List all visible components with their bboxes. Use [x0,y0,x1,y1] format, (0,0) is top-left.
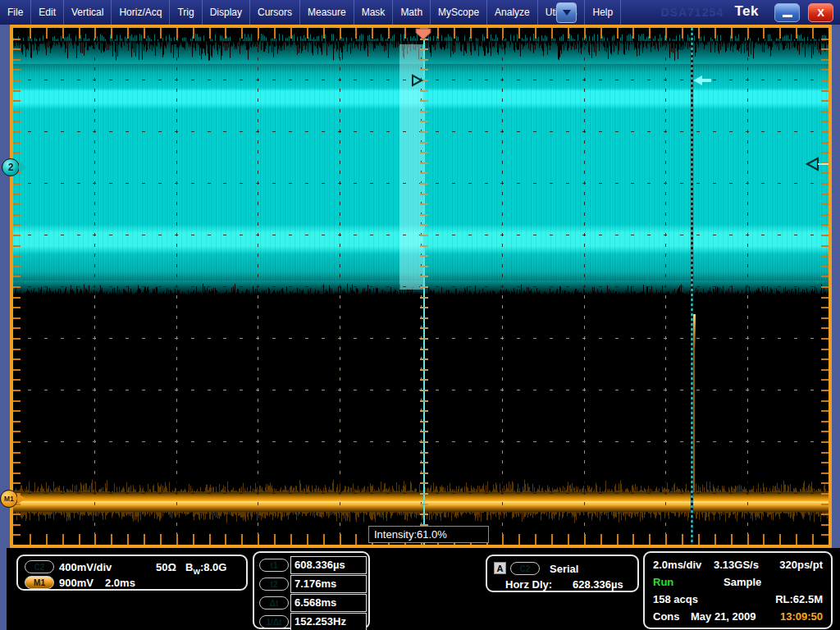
graticule-frame: Intensity:61.0% [10,25,832,548]
menu-file[interactable]: File [0,0,31,25]
trigger-bus-badge: A [494,562,506,574]
channel2-arrow-icon [19,162,27,173]
menu-trig[interactable]: Trig [170,0,202,25]
menu-horiz-acq[interactable]: Horiz/Acq [112,0,170,25]
menu-vertical[interactable]: Vertical [64,0,112,25]
math1-button[interactable]: M1 [25,576,54,589]
acq-mode: Sample [724,576,761,588]
channel2-position-marker[interactable]: 2 [2,158,27,176]
minimize-icon [783,15,792,17]
model-label: DSA71254 [661,6,724,19]
cursor-inv-dt-button[interactable]: 1/Δt [259,615,289,628]
minimize-button[interactable] [774,3,800,22]
close-button[interactable]: X [808,3,833,22]
waveform-display[interactable] [13,28,829,545]
channel2-scale: 400mV/div [59,561,112,573]
status-bar: C2 400mV/div 50Ω BW:8.0G M1 900mV 2.0ms … [7,548,840,630]
acq-state: Run [653,576,673,588]
acq-timebase: 2.0ms/div [653,559,701,571]
acq-count: 158 acqs [653,593,698,605]
menu-math[interactable]: Math [393,0,431,25]
math1-arrow-icon [17,493,25,504]
channel2-badge: 2 [2,158,20,176]
acq-date: May 21, 2009 [691,610,756,623]
math1-position-marker[interactable]: M1 [0,490,25,508]
acquisition-readout-panel: 2.0ms/div 3.13GS/s 320ps/pt Run Sample 1… [643,551,833,629]
menu-cursors[interactable]: Cursors [250,0,300,25]
menu-display[interactable]: Display [203,0,250,25]
chevron-down-icon [563,10,571,16]
trigger-source-button[interactable]: C2 [510,562,540,575]
cursor-t2-button[interactable]: t2 [259,578,289,591]
acq-time: 13:09:50 [780,610,823,623]
math1-timebase: 2.0ms [105,577,135,589]
cursor-t1-button[interactable]: t1 [259,559,289,572]
horz-dly-label: Horz Dly: [505,578,552,591]
menu-mask[interactable]: Mask [354,0,394,25]
menu-dropdown-button[interactable] [556,2,577,23]
acq-sample-rate: 3.13GS/s [714,559,759,571]
math1-scale: 900mV [59,577,94,589]
menu-bar: File Edit Vertical Horiz/Acq Trig Displa… [0,0,840,25]
acq-cons-label: Cons [653,610,680,623]
acq-record-length: RL:62.5M [775,593,823,605]
vertical-readout-panel: C2 400mV/div 50Ω BW:8.0G M1 900mV 2.0ms [16,555,248,591]
channel2-button[interactable]: C2 [25,560,54,573]
acq-resolution: 320ps/pt [779,559,823,571]
cursor-t2-value: 7.176ms [290,575,367,593]
cursor-dt-button[interactable]: Δt [259,596,289,609]
close-icon: X [817,7,824,19]
menu-measure[interactable]: Measure [300,0,354,25]
cursor-dt-value: 6.568ms [290,594,367,612]
math1-badge: M1 [0,490,18,508]
menu-edit[interactable]: Edit [31,0,64,25]
trigger-type: Serial [550,563,578,575]
intensity-readout: Intensity:61.0% [368,526,489,543]
cursor-t1-value: 608.336µs [290,556,367,574]
horz-dly-value: 628.336µs [573,578,623,591]
cursor-readout-panel: t1 608.336µs t2 7.176ms Δt 6.568ms 1/Δt … [253,551,370,629]
channel2-bandwidth: BW:8.0G [185,561,226,576]
tek-logo: Tek [734,3,759,20]
menu-help[interactable]: Help [585,0,621,25]
menu-analyze[interactable]: Analyze [487,0,538,25]
channel2-impedance: 50Ω [156,561,176,573]
trigger-readout-panel: A C2 Serial Horz Dly: 628.336µs [486,555,639,592]
cursor-inv-dt-value: 152.253Hz [290,613,367,630]
menu-myscope[interactable]: MyScope [431,0,487,25]
